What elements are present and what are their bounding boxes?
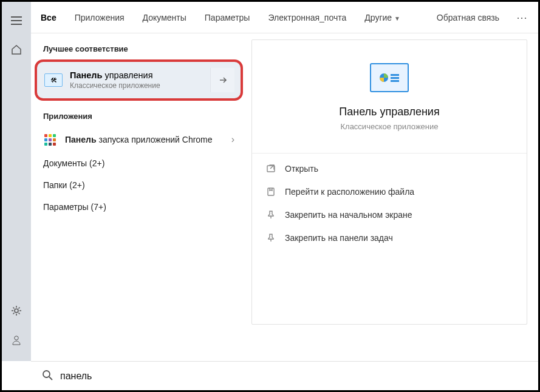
action-pin-taskbar-label: Закрепить на панели задач xyxy=(285,233,393,243)
content-area: Все Приложения Документы Параметры Элект… xyxy=(31,2,538,361)
svg-rect-7 xyxy=(268,188,274,195)
section-best-match: Лучшее соответствие xyxy=(31,39,247,59)
file-location-icon xyxy=(265,186,276,197)
search-bar xyxy=(31,361,538,390)
svg-point-8 xyxy=(43,371,50,377)
chrome-apps-icon xyxy=(43,133,56,146)
control-panel-icon: 🛠 xyxy=(44,73,63,87)
category-settings[interactable]: Параметры (7+) xyxy=(31,196,247,218)
home-icon[interactable] xyxy=(2,37,31,63)
main-row: Все Приложения Документы Параметры Элект… xyxy=(2,2,538,361)
more-icon[interactable]: ⋯ xyxy=(515,11,530,24)
preview-hero: Панель управления Классическое приложени… xyxy=(252,40,527,148)
action-pin-start-label: Закрепить на начальном экране xyxy=(285,210,412,220)
category-documents[interactable]: Документы (2+) xyxy=(31,152,247,174)
left-rail xyxy=(2,2,31,361)
chevron-right-icon[interactable]: › xyxy=(231,134,234,145)
app-result-title-bold: Панель xyxy=(65,135,97,144)
best-match-title: Панель управления xyxy=(70,70,210,80)
tab-apps[interactable]: Приложения xyxy=(73,9,126,26)
svg-point-1 xyxy=(15,336,18,340)
section-apps: Приложения xyxy=(31,107,247,127)
best-match-item[interactable]: 🛠 Панель управления Классическое приложе… xyxy=(35,59,243,101)
control-panel-icon xyxy=(370,63,409,92)
menu-icon[interactable] xyxy=(2,8,31,33)
tab-documents[interactable]: Документы xyxy=(142,9,188,26)
feedback-link[interactable]: Обратная связь xyxy=(437,13,499,22)
pin-taskbar-icon xyxy=(265,232,276,243)
tab-other[interactable]: Другие▼ xyxy=(363,9,402,26)
preview-pane: Панель управления Классическое приложени… xyxy=(247,33,538,361)
action-open-label: Открыть xyxy=(285,164,318,174)
action-file-location-label: Перейти к расположению файла xyxy=(285,187,414,197)
best-match-text: Панель управления Классическое приложени… xyxy=(70,70,210,90)
best-match-subtitle: Классическое приложение xyxy=(70,81,210,90)
category-folders[interactable]: Папки (2+) xyxy=(31,174,247,196)
results-list: Лучшее соответствие 🛠 Панель управления … xyxy=(31,33,247,361)
tab-other-label: Другие xyxy=(364,13,392,22)
preview-card: Панель управления Классическое приложени… xyxy=(251,39,527,325)
best-match-title-bold: Панель xyxy=(70,70,102,80)
tab-settings[interactable]: Параметры xyxy=(203,9,251,26)
action-file-location[interactable]: Перейти к расположению файла xyxy=(252,180,527,203)
svg-rect-3 xyxy=(391,74,399,76)
action-open[interactable]: Открыть xyxy=(252,157,527,180)
svg-rect-4 xyxy=(391,77,399,79)
search-input[interactable] xyxy=(60,371,530,382)
svg-point-0 xyxy=(15,309,18,313)
app-result-title: Панель запуска приложений Chrome xyxy=(65,134,231,146)
search-icon xyxy=(42,370,53,383)
chevron-down-icon: ▼ xyxy=(394,15,400,22)
pin-start-icon xyxy=(265,209,276,220)
preview-subtitle: Классическое приложение xyxy=(340,122,438,131)
svg-rect-6 xyxy=(267,166,275,172)
window-frame: Все Приложения Документы Параметры Элект… xyxy=(0,0,540,392)
result-panes: Лучшее соответствие 🛠 Панель управления … xyxy=(31,33,538,361)
svg-rect-5 xyxy=(391,80,399,82)
preview-title: Панель управления xyxy=(339,106,439,118)
gear-icon[interactable] xyxy=(2,298,31,323)
action-pin-start[interactable]: Закрепить на начальном экране xyxy=(252,203,527,226)
filter-tabs: Все Приложения Документы Параметры Элект… xyxy=(31,2,538,33)
app-result-title-rest: запуска приложений Chrome xyxy=(97,135,213,144)
app-result-chrome-launcher[interactable]: Панель запуска приложений Chrome › xyxy=(31,127,247,152)
arrow-right-icon[interactable] xyxy=(210,68,234,92)
best-match-title-rest: управления xyxy=(102,70,152,80)
tab-email[interactable]: Электронная_почта xyxy=(267,9,347,26)
open-icon xyxy=(265,163,276,174)
tab-all[interactable]: Все xyxy=(39,9,58,26)
divider xyxy=(252,153,527,154)
action-pin-taskbar[interactable]: Закрепить на панели задач xyxy=(252,226,527,249)
person-icon[interactable] xyxy=(2,327,31,353)
